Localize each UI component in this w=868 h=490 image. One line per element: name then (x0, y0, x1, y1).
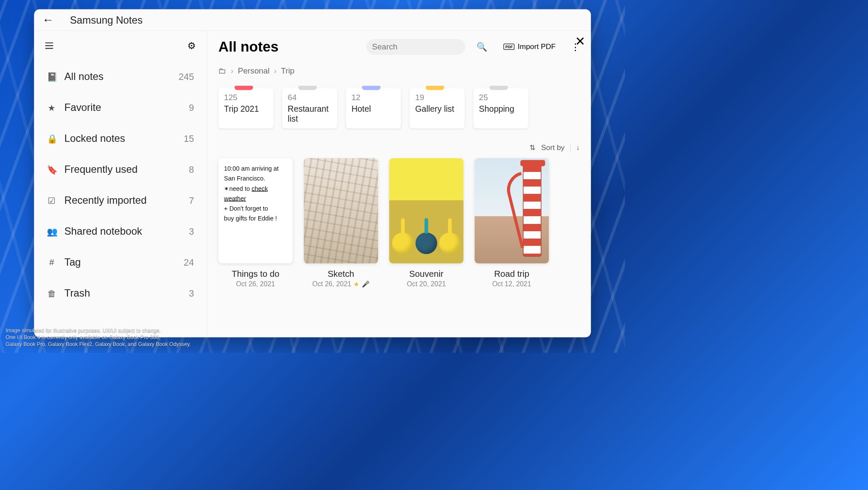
note-thumbnail (389, 158, 464, 263)
sidebar-item-label: Frequently used (64, 164, 181, 175)
folder-count: 125 (224, 92, 268, 102)
sidebar-item-label: Shared notebook (64, 226, 181, 237)
menu-icon[interactable] (45, 43, 53, 49)
folder-row: 125 Trip 2021 64 Restaurant list 12 Hote… (218, 88, 580, 129)
voice-icon: 🎤 (362, 280, 370, 288)
sidebar-item-count: 3 (189, 288, 194, 298)
note-title: Road trip (494, 269, 529, 279)
sidebar-item-count: 9 (189, 102, 194, 113)
sidebar-top: ⚙ (43, 37, 198, 60)
search-input[interactable] (372, 42, 473, 52)
samsung-notes-app: ← Samsung Notes ⚙ 📓 All notes 245 ★ Favo… (34, 9, 591, 337)
sidebar: ⚙ 📓 All notes 245 ★ Favorite 9 🔒 Locked … (34, 31, 207, 337)
folder-count: 64 (288, 92, 332, 102)
folder-icon[interactable]: 🗀 (218, 66, 226, 76)
bookmark-icon: 🔖 (47, 165, 56, 175)
settings-icon[interactable]: ⚙ (187, 40, 196, 51)
sort-bar: ⇅ Sort by ↓ (218, 143, 580, 152)
folder-color-tab (362, 86, 380, 90)
note-date: Oct 26, 2021 ★ 🎤 (312, 280, 370, 288)
sidebar-item-label: Favorite (64, 102, 181, 113)
breadcrumb-personal[interactable]: Personal (238, 66, 269, 76)
folder-name: Restaurant list (288, 104, 332, 124)
sidebar-item-label: All notes (64, 71, 171, 83)
note-card-sketch[interactable]: Sketch Oct 26, 2021 ★ 🎤 (304, 158, 378, 288)
search-box[interactable] (367, 39, 465, 55)
import-pdf-button[interactable]: PDF Import PDF (504, 43, 556, 51)
people-icon: 👥 (47, 227, 56, 237)
app-body: ⚙ 📓 All notes 245 ★ Favorite 9 🔒 Locked … (34, 31, 591, 337)
chevron-right-icon: › (274, 66, 276, 76)
chevron-right-icon: › (231, 66, 233, 76)
note-thumbnail (474, 158, 549, 263)
sidebar-item-recently-imported[interactable]: ☑ Recently imported 7 (43, 186, 198, 215)
titlebar: ← Samsung Notes (34, 9, 591, 31)
folder-name: Hotel (351, 104, 395, 114)
folder-name: Gallery list (415, 104, 459, 114)
sidebar-item-label: Tag (64, 257, 176, 268)
folder-card[interactable]: 12 Hotel (346, 88, 401, 129)
folder-color-tab (298, 86, 317, 90)
folder-color-tab (235, 86, 253, 90)
sidebar-item-label: Trash (64, 288, 181, 299)
sidebar-item-locked[interactable]: 🔒 Locked notes 15 (43, 124, 198, 153)
sort-by-button[interactable]: Sort by (541, 143, 565, 152)
app-title: Samsung Notes (70, 14, 143, 26)
sidebar-item-count: 15 (183, 133, 194, 144)
folder-card[interactable]: 64 Restaurant list (282, 88, 337, 129)
sort-direction-icon[interactable]: ↓ (576, 143, 580, 152)
note-thumbnail (304, 158, 378, 263)
divider (570, 144, 571, 152)
disclaimer-text: Image simulated for illustrative purpose… (6, 328, 191, 348)
search-icon[interactable]: 🔍 (477, 42, 487, 52)
folder-name: Shopping (479, 104, 523, 114)
folder-count: 19 (415, 92, 459, 102)
sidebar-item-count: 3 (189, 226, 194, 236)
note-date: Oct 26, 2021 (236, 280, 275, 288)
folder-color-tab (426, 86, 444, 90)
import-icon: ☑ (47, 196, 56, 206)
sidebar-item-favorite[interactable]: ★ Favorite 9 (43, 93, 198, 122)
note-title: Souvenir (409, 269, 443, 279)
folder-count: 12 (351, 92, 395, 102)
favorite-icon: ★ (354, 280, 359, 288)
trash-icon: 🗑 (47, 288, 56, 299)
notes-icon: 📓 (47, 72, 56, 82)
sidebar-item-shared[interactable]: 👥 Shared notebook 3 (43, 217, 198, 246)
folder-card[interactable]: 19 Gallery list (410, 88, 465, 129)
sidebar-item-count: 7 (189, 195, 194, 205)
note-card-souvenir[interactable]: Souvenir Oct 20, 2021 (389, 158, 464, 288)
note-date: Oct 20, 2021 (407, 280, 446, 288)
folder-card[interactable]: 125 Trip 2021 (218, 88, 273, 129)
close-icon[interactable]: ✕ (575, 34, 585, 48)
import-pdf-label: Import PDF (518, 43, 556, 51)
breadcrumb: 🗀 › Personal › Trip (218, 66, 580, 76)
hash-icon: # (47, 257, 56, 267)
breadcrumb-trip[interactable]: Trip (281, 66, 295, 76)
note-card-road-trip[interactable]: Road trip Oct 12, 2021 (474, 158, 549, 288)
back-button[interactable]: ← (42, 13, 54, 27)
sidebar-item-count: 245 (178, 71, 194, 82)
sidebar-item-trash[interactable]: 🗑 Trash 3 (43, 279, 198, 308)
note-thumbnail: 10:00 am arriving at San Francisco. ✶nee… (218, 158, 293, 263)
folder-count: 25 (479, 92, 523, 102)
sidebar-item-label: Locked notes (64, 133, 176, 144)
note-card-things-to-do[interactable]: 10:00 am arriving at San Francisco. ✶nee… (218, 158, 293, 288)
sidebar-item-tag[interactable]: # Tag 24 (43, 248, 198, 277)
sort-icon[interactable]: ⇅ (529, 143, 535, 152)
folder-color-tab (489, 86, 508, 90)
star-icon: ★ (47, 103, 56, 113)
main-header: All notes 🔍 PDF Import PDF ⋮ (218, 38, 580, 55)
folder-name: Trip 2021 (224, 104, 268, 114)
sidebar-item-count: 8 (189, 164, 194, 175)
pdf-icon: PDF (504, 44, 515, 50)
lock-icon: 🔒 (47, 134, 56, 144)
main-panel: ✕ All notes 🔍 PDF Import PDF ⋮ 🗀 › Perso… (207, 31, 591, 337)
note-date: Oct 12, 2021 (492, 280, 532, 288)
page-title: All notes (218, 38, 278, 55)
sidebar-item-label: Recently imported (64, 195, 181, 206)
sidebar-item-all-notes[interactable]: 📓 All notes 245 (43, 62, 198, 92)
folder-card[interactable]: 25 Shopping (474, 88, 529, 129)
sidebar-item-frequently-used[interactable]: 🔖 Frequently used 8 (43, 155, 198, 184)
notes-grid: 10:00 am arriving at San Francisco. ✶nee… (218, 158, 580, 288)
